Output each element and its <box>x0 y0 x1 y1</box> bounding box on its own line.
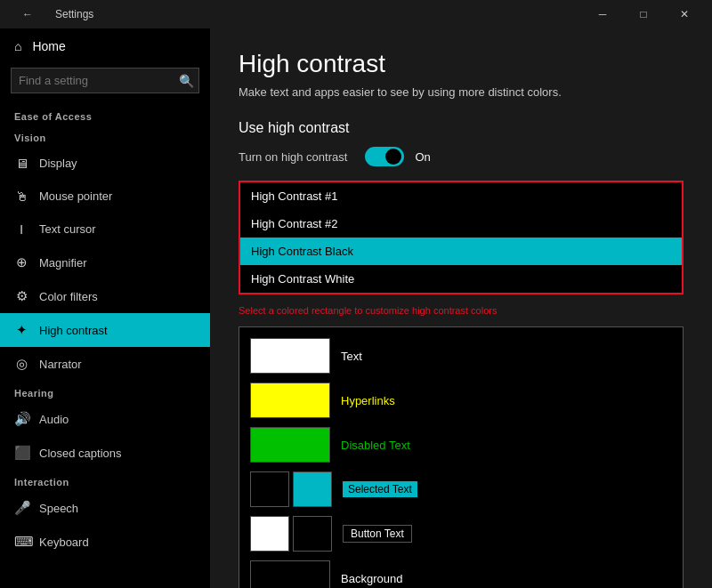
sidebar-item-keyboard[interactable]: ⌨ Keyboard <box>0 525 210 559</box>
swatch-selected-text-bg[interactable] <box>250 471 289 507</box>
text-cursor-label: Text cursor <box>39 222 96 236</box>
closed-captions-icon: ⬛ <box>14 445 28 461</box>
high-contrast-toggle[interactable] <box>365 147 404 166</box>
theme-option-hc-white[interactable]: High Contrast White <box>240 265 682 293</box>
high-contrast-icon: ✦ <box>14 322 28 338</box>
color-filters-icon: ⚙ <box>14 288 28 304</box>
search-icon[interactable]: 🔍 <box>179 74 194 88</box>
sidebar-item-text-cursor[interactable]: I Text cursor <box>0 213 210 246</box>
content-area: High contrast Make text and apps easier … <box>210 28 712 588</box>
narrator-icon: ◎ <box>14 356 28 372</box>
swatch-label-selected-text: Selected Text <box>343 481 417 497</box>
audio-icon: 🔊 <box>14 411 28 427</box>
narrator-label: Narrator <box>39 358 82 371</box>
minimize-button[interactable]: ─ <box>582 0 623 28</box>
main-layout: ⌂ Home 🔍 Ease of Access Vision 🖥 Display… <box>0 28 712 588</box>
color-filters-label: Color filters <box>39 290 98 303</box>
sidebar-item-high-contrast[interactable]: ✦ High contrast <box>0 313 210 347</box>
swatch-label-disabled-text: Disabled Text <box>341 439 410 452</box>
use-high-contrast-section-title: Use high contrast <box>239 120 684 136</box>
sidebar-item-closed-captions[interactable]: ⬛ Closed captions <box>0 436 210 470</box>
theme-selector: High Contrast #1 High Contrast #2 High C… <box>239 181 684 294</box>
sidebar: ⌂ Home 🔍 Ease of Access Vision 🖥 Display… <box>0 28 210 588</box>
sidebar-item-color-filters[interactable]: ⚙ Color filters <box>0 279 210 313</box>
high-contrast-label: High contrast <box>39 324 108 337</box>
titlebar-controls: ─ □ ✕ <box>582 0 705 28</box>
swatch-label-hyperlinks: Hyperlinks <box>341 394 395 407</box>
swatch-text[interactable] <box>250 338 330 374</box>
keyboard-icon: ⌨ <box>14 534 28 550</box>
vision-section-label: Vision <box>0 125 210 147</box>
page-title: High contrast <box>239 50 684 78</box>
search-container: 🔍 <box>11 68 199 93</box>
theme-option-hc2[interactable]: High Contrast #2 <box>240 210 682 238</box>
titlebar-left: ← Settings <box>7 0 93 28</box>
restore-button[interactable]: □ <box>623 0 664 28</box>
speech-icon: 🎤 <box>14 500 28 516</box>
toggle-state-label: On <box>415 150 430 164</box>
sidebar-item-audio[interactable]: 🔊 Audio <box>0 402 210 436</box>
color-swatches-box: Text Hyperlinks Disabled Text Selected T… <box>239 326 684 588</box>
swatch-pair-button-text <box>250 516 332 552</box>
swatch-row-disabled-text: Disabled Text <box>250 427 672 463</box>
sidebar-item-mouse-pointer[interactable]: 🖱 Mouse pointer <box>0 180 210 213</box>
swatch-row-background: Background <box>250 560 672 588</box>
search-input[interactable] <box>11 68 199 93</box>
mouse-pointer-icon: 🖱 <box>14 189 28 204</box>
home-icon: ⌂ <box>14 39 21 53</box>
interaction-section-label: Interaction <box>0 470 210 491</box>
swatch-row-selected-text: Selected Text <box>250 471 672 507</box>
speech-label: Speech <box>39 502 78 515</box>
theme-option-hc1[interactable]: High Contrast #1 <box>240 182 682 210</box>
text-cursor-icon: I <box>14 222 28 237</box>
theme-option-hc-black[interactable]: High Contrast Black <box>240 238 682 265</box>
sidebar-item-speech[interactable]: 🎤 Speech <box>0 491 210 525</box>
titlebar: ← Settings ─ □ ✕ <box>0 0 712 28</box>
swatch-row-button-text: Button Text <box>250 516 672 552</box>
magnifier-icon: ⊕ <box>14 254 28 270</box>
swatch-label-text: Text <box>341 350 362 363</box>
page-subtitle: Make text and apps easier to see by usin… <box>239 85 684 99</box>
swatch-button-text-bg[interactable] <box>293 516 332 552</box>
mouse-pointer-label: Mouse pointer <box>39 189 112 203</box>
back-button[interactable]: ← <box>7 0 48 28</box>
swatch-row-text: Text <box>250 338 672 374</box>
home-label: Home <box>32 39 65 53</box>
swatch-background[interactable] <box>250 560 330 588</box>
titlebar-title: Settings <box>55 8 93 20</box>
toggle-row: Turn on high contrast On <box>239 147 684 166</box>
turn-on-label: Turn on high contrast <box>239 150 347 164</box>
sidebar-item-display[interactable]: 🖥 Display <box>0 147 210 180</box>
select-hint: Select a colored rectangle to customize … <box>239 305 684 316</box>
swatch-button-text-fg[interactable] <box>250 516 289 552</box>
close-button[interactable]: ✕ <box>664 0 705 28</box>
sidebar-item-home[interactable]: ⌂ Home <box>0 28 210 64</box>
audio-label: Audio <box>39 413 69 426</box>
display-label: Display <box>39 157 77 170</box>
swatch-selected-text-fg[interactable] <box>293 471 332 507</box>
closed-captions-label: Closed captions <box>39 447 122 460</box>
swatch-hyperlinks[interactable] <box>250 383 330 418</box>
swatch-label-button-text: Button Text <box>343 525 412 543</box>
swatch-label-background: Background <box>341 572 402 585</box>
sidebar-item-narrator[interactable]: ◎ Narrator <box>0 347 210 381</box>
hearing-section-label: Hearing <box>0 381 210 402</box>
ease-of-access-label: Ease of Access <box>0 104 210 125</box>
swatch-disabled-text[interactable] <box>250 427 330 463</box>
swatch-pair-selected-text <box>250 471 332 507</box>
display-icon: 🖥 <box>14 156 28 171</box>
magnifier-label: Magnifier <box>39 256 86 270</box>
sidebar-item-magnifier[interactable]: ⊕ Magnifier <box>0 246 210 279</box>
swatch-row-hyperlinks: Hyperlinks <box>250 383 672 418</box>
keyboard-label: Keyboard <box>39 536 89 549</box>
